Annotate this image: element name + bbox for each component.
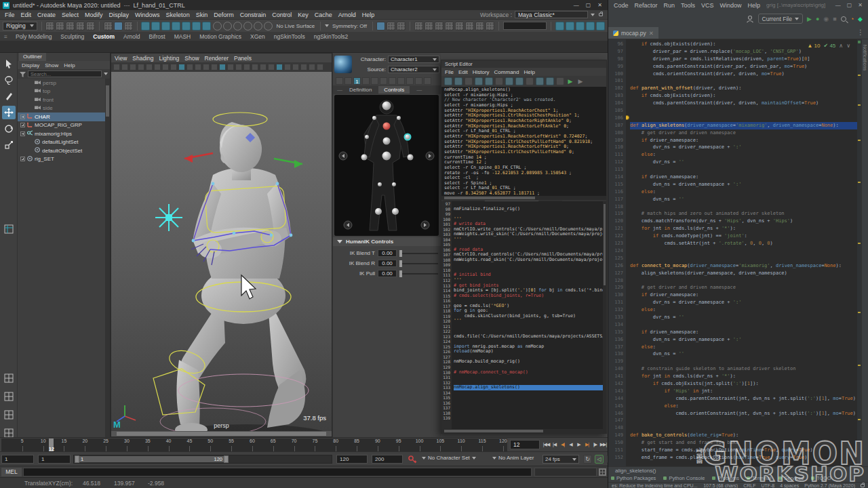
playback-start-field[interactable]: 1 — [38, 455, 71, 464]
viewport-icon[interactable] — [121, 64, 128, 70]
run-button[interactable]: ▶ — [807, 16, 812, 22]
humanik-toolbar-icon[interactable] — [415, 77, 422, 85]
script-editor-toolbar-icon[interactable] — [515, 77, 524, 85]
shelf-tab[interactable]: Poly Modeling — [16, 33, 52, 40]
toolbar-icon[interactable] — [114, 22, 123, 30]
viewport-icon[interactable] — [195, 64, 201, 70]
outliner-item[interactable]: front — [18, 96, 105, 104]
grid-snap-tool[interactable] — [2, 222, 16, 236]
user-icon[interactable] — [746, 15, 754, 23]
menu-item[interactable]: File — [5, 12, 15, 18]
ik-slider-value[interactable]: 0.00 — [378, 249, 397, 257]
close-icon[interactable]: ✕ — [858, 2, 863, 8]
viewport-icon[interactable] — [300, 64, 307, 70]
menu-item[interactable]: Tools — [681, 2, 695, 9]
viewport-canvas[interactable]: M 37.8 fps persp — [111, 72, 332, 431]
menu-item[interactable]: Create — [37, 12, 56, 18]
toolbar-icon[interactable] — [475, 22, 484, 30]
outliner-menu-item[interactable]: Help — [64, 62, 75, 68]
menu-item[interactable]: Cache — [315, 12, 332, 18]
script-editor-toolbar-icon[interactable] — [526, 77, 534, 85]
menu-item[interactable]: Skeleton — [166, 12, 190, 18]
toolbar-icon[interactable] — [104, 22, 113, 30]
viewport-menu-item[interactable]: Shading — [132, 55, 153, 62]
current-frame-field[interactable]: 12 — [510, 440, 540, 449]
menu-item[interactable]: Select — [62, 12, 79, 18]
menu-item[interactable]: Run — [664, 2, 675, 9]
shelf-tab[interactable]: XGen — [250, 33, 265, 40]
viewport-icon[interactable] — [203, 64, 210, 70]
next-warning-icon[interactable]: ∨ — [846, 43, 850, 49]
expand-icon[interactable] — [20, 115, 25, 119]
expand-icon[interactable] — [20, 157, 25, 161]
viewport-menu-item[interactable]: Show — [184, 55, 199, 62]
outliner-item[interactable]: side — [18, 104, 105, 113]
toolbar-icon[interactable] — [202, 22, 211, 30]
viewport-icon[interactable] — [268, 64, 275, 70]
tool-window-button[interactable]: TODO — [811, 475, 831, 481]
viewport-icon[interactable] — [284, 64, 291, 70]
time-slider[interactable]: 5101520253035404550556065707580859095100… — [0, 437, 608, 451]
filter-icon[interactable] — [20, 71, 26, 77]
execute-icon[interactable]: ▶ — [566, 77, 574, 85]
animation-end-field[interactable]: 200 — [372, 455, 403, 464]
viewport-icon[interactable] — [130, 64, 136, 70]
ik-slider-value[interactable]: 0.00 — [378, 260, 397, 267]
run-configuration-select[interactable]: Current File — [758, 14, 803, 24]
menu-item[interactable]: Control — [272, 12, 292, 18]
inspections-widget[interactable]: ▲ 10 ✔ 45 ∧ ∨ — [804, 42, 853, 49]
tool-window-button[interactable]: Problems — [712, 475, 739, 481]
menu-item[interactable]: VCS — [701, 2, 714, 9]
tab-options-icon[interactable]: ⋮ — [857, 27, 868, 39]
tab-controls[interactable]: Controls — [378, 86, 410, 94]
toolbar-icon[interactable] — [172, 22, 180, 30]
humanik-toolbar-icon[interactable] — [406, 77, 414, 85]
humanik-toolbar-icon[interactable] — [371, 77, 378, 85]
viewport-icon[interactable] — [292, 64, 299, 70]
humanik-toolbar-icon[interactable] — [362, 77, 370, 85]
outliner-item[interactable]: CHAR — [18, 113, 105, 121]
toolbar-icon[interactable] — [213, 22, 222, 30]
paint-tool[interactable] — [2, 89, 16, 103]
viewport-icon[interactable] — [317, 64, 323, 70]
viewport-scrollbar[interactable] — [111, 431, 332, 436]
shelf-tab[interactable]: Arnold — [123, 33, 140, 40]
toolbar-icon[interactable] — [76, 22, 85, 30]
humanik-toolbar-icon[interactable] — [336, 77, 343, 85]
outliner-item[interactable]: persp — [18, 79, 105, 87]
tab-definition[interactable]: Definition — [349, 87, 372, 93]
audio-icon[interactable]: ◁ — [595, 455, 604, 464]
status-message[interactable]: es: Reduce the indexing time and CPU... … — [612, 483, 698, 488]
toolbar-icon[interactable] — [576, 22, 585, 30]
outliner-item[interactable]: defaultObjectSet — [18, 146, 105, 155]
viewport-icon[interactable] — [309, 64, 315, 70]
menu-item[interactable]: Skin — [196, 12, 208, 18]
outliner-item[interactable]: MOCAP_RIG_GRP — [18, 121, 105, 130]
execute-all-icon[interactable]: ▶ — [576, 77, 585, 85]
history-hscrollbar[interactable] — [441, 196, 606, 200]
script-editor-toolbar-icon[interactable] — [546, 77, 554, 85]
outliner-item[interactable]: defaultLightSet — [18, 138, 105, 147]
lasso-tool[interactable] — [2, 73, 16, 87]
breadcrumb[interactable]: align_skeletons() — [608, 466, 868, 474]
ik-slider-handle[interactable] — [399, 270, 402, 277]
layout-four[interactable] — [2, 390, 16, 403]
play-button[interactable]: ▶ — [575, 439, 583, 450]
viewport-icon[interactable] — [170, 64, 177, 70]
range-handle-left[interactable] — [75, 455, 79, 463]
viewport-icon[interactable] — [146, 64, 153, 70]
ik-slider[interactable] — [399, 273, 438, 274]
humanik-toolbar-icon[interactable] — [424, 77, 431, 85]
viewport-menu-item[interactable]: Panels — [234, 55, 252, 62]
search-icon[interactable] — [841, 16, 846, 22]
debug-icon[interactable]: ● — [816, 16, 819, 22]
menu-item[interactable]: Code — [614, 2, 629, 9]
shelf-menu-icon[interactable]: ≡ — [4, 33, 7, 40]
viewport-menu-item[interactable]: Renderer — [205, 55, 229, 62]
shelf-tab[interactable]: Bifrost — [149, 33, 165, 40]
menu-item[interactable]: Edit — [21, 12, 32, 18]
close-icon[interactable]: ✕ — [597, 2, 602, 8]
viewport-icon[interactable] — [276, 64, 283, 70]
toolbar-icon[interactable] — [455, 22, 464, 30]
range-slider[interactable]: 1 120 — [73, 455, 332, 464]
